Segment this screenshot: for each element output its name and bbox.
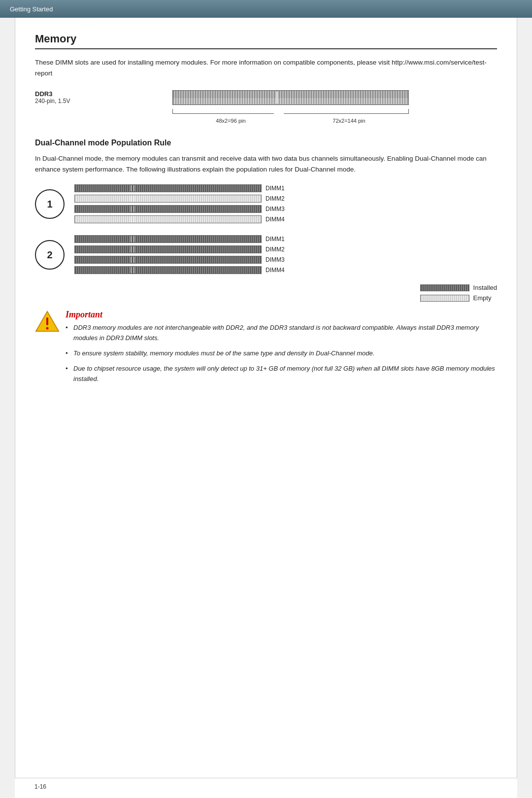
legend-box: Installed Empty [420, 284, 497, 302]
important-bullet-list: DDR3 memory modules are not interchangea… [66, 323, 497, 384]
config-2-dimm3: DIMM3 [74, 256, 497, 264]
config2-dimm4-label: DIMM4 [266, 267, 288, 274]
page-number: 1-16 [34, 783, 46, 790]
ddr3-diagram: DDR3 240-pin, 1.5V 48x2=96 pin 72x2=144 … [35, 90, 497, 124]
dimm4-label: DIMM4 [266, 216, 288, 223]
config-1-dimm1: DIMM1 [74, 184, 497, 192]
legend-installed-bar [420, 284, 469, 291]
ddr3-label: DDR3 240-pin, 1.5V [35, 90, 74, 104]
legend-installed-label: Installed [473, 284, 497, 291]
important-content: Important DDR3 memory modules are not in… [66, 310, 497, 389]
bullet-2: To ensure system stability, memory modul… [66, 348, 497, 359]
config-1-dimm3: DIMM3 [74, 205, 497, 213]
config2-dimm3-label: DIMM3 [266, 256, 288, 263]
dimm1-bar [74, 184, 262, 192]
page-title: Memory [35, 33, 497, 49]
ddr3-connector [172, 90, 409, 105]
ddr3-slot-diagram: 48x2=96 pin 72x2=144 pin [84, 90, 497, 124]
intro-text: These DIMM slots are used for installing… [35, 57, 497, 78]
section-label: Getting Started [10, 5, 53, 13]
warning-svg [35, 310, 60, 334]
config-2-slots: DIMM1 DIMM2 DIMM3 DIMM4 [74, 235, 497, 274]
config-2-dimm1: DIMM1 [74, 235, 497, 243]
page-footer: 1-16 [15, 778, 517, 798]
config-1-row: 1 DIMM1 DIMM2 DIMM3 [35, 184, 497, 223]
dimm3-label: DIMM3 [266, 206, 288, 212]
ddr3-spec: 240-pin, 1.5V [35, 98, 74, 104]
config-1-dimm2: DIMM2 [74, 195, 497, 203]
dimm4-bar [74, 215, 262, 223]
page-wrapper: Getting Started Memory These DIMM slots … [0, 0, 532, 798]
legend-section: Installed Empty [35, 284, 497, 302]
bullet-1: DDR3 memory modules are not interchangea… [66, 323, 497, 344]
top-bar: Getting Started [0, 0, 532, 18]
config2-dimm4-bar [74, 266, 262, 274]
bracket-right [284, 109, 409, 114]
config2-dimm2-label: DIMM2 [266, 246, 288, 253]
legend-empty-bar [420, 295, 469, 302]
ddr3-title: DDR3 [35, 90, 74, 98]
legend-empty-label: Empty [473, 294, 492, 302]
pin-label-left: 48x2=96 pin [216, 118, 245, 124]
dual-channel-body: In Dual-Channel mode, the memory modules… [35, 153, 497, 174]
config-2-row: 2 DIMM1 DIMM2 DIMM3 [35, 235, 497, 274]
bracket-gap [274, 109, 283, 116]
important-section: Important DDR3 memory modules are not in… [35, 310, 497, 389]
config-2-number: 2 [35, 240, 65, 270]
config2-dimm2-bar [74, 245, 262, 253]
svg-rect-1 [46, 317, 48, 325]
config-1-slots: DIMM1 DIMM2 DIMM3 DIMM4 [74, 184, 497, 223]
page-content: Memory These DIMM slots are used for ins… [15, 18, 517, 778]
bracket-left [172, 109, 274, 114]
connector-top [172, 90, 409, 98]
warning-icon [35, 310, 60, 334]
config-2-dimm2: DIMM2 [74, 245, 497, 253]
important-title: Important [66, 310, 497, 320]
dimm2-label: DIMM2 [266, 195, 288, 202]
dual-channel-configs: 1 DIMM1 DIMM2 DIMM3 [35, 184, 497, 274]
config2-dimm1-bar [74, 235, 262, 243]
dimm1-label: DIMM1 [266, 185, 288, 192]
legend-installed: Installed [420, 284, 497, 291]
config-2-dimm4: DIMM4 [74, 266, 497, 274]
pin-bracket [172, 109, 409, 116]
dimm2-bar [74, 195, 262, 203]
pin-label-right: 72x2=144 pin [332, 118, 365, 124]
bullet-3: Due to chipset resource usage, the syste… [66, 364, 497, 384]
connector-bottom [172, 98, 409, 105]
pin-labels: 48x2=96 pin 72x2=144 pin [172, 118, 409, 124]
config2-dimm1-label: DIMM1 [266, 236, 288, 243]
config2-dimm3-bar [74, 256, 262, 264]
dimm3-bar [74, 205, 262, 213]
config-1-dimm4: DIMM4 [74, 215, 497, 223]
legend-empty: Empty [420, 294, 497, 302]
config-1-number: 1 [35, 189, 65, 219]
svg-point-2 [46, 327, 49, 330]
dual-channel-title: Dual-Channel mode Population Rule [35, 139, 497, 147]
